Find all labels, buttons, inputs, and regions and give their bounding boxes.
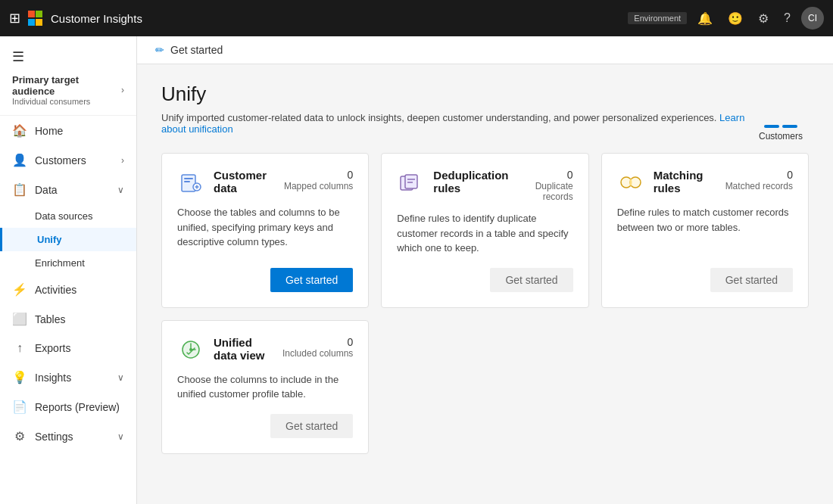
sidebar-item-unify-label: Unify (37, 234, 62, 245)
sidebar-item-enrichment-label: Enrichment (35, 257, 85, 269)
card-count-unified: 0 (282, 336, 353, 348)
card-header-matching: Matching rules 0 Matched records (617, 169, 793, 196)
reports-icon: 📄 (12, 400, 27, 414)
home-icon: 🏠 (12, 123, 27, 138)
sidebar-item-exports[interactable]: ↑ Exports (0, 334, 136, 362)
card-body-matching: Define rules to match customer records b… (617, 205, 793, 256)
card-body-deduplication: Define rules to identify duplicate custo… (397, 211, 572, 256)
customer-data-icon (177, 169, 204, 196)
card-count-label-customer-data: Mapped columns (284, 181, 353, 191)
sidebar-item-home-label: Home (35, 125, 124, 137)
sidebar-item-customers-label: Customers (35, 154, 114, 166)
card-deduplication-rules: Deduplication rules 0 Duplicate records … (381, 153, 588, 308)
sidebar-item-tables[interactable]: ⬜ Tables (0, 304, 136, 334)
card-footer-unified: Get started (177, 414, 353, 438)
sidebar-item-tables-label: Tables (35, 313, 124, 325)
card-title-unified: Unified data view (214, 336, 273, 362)
card-header-customer-data: Customer data 0 Mapped columns (177, 169, 353, 196)
breadcrumb: ✏ Get started (137, 36, 833, 64)
get-started-unified-button[interactable]: Get started (270, 414, 353, 438)
tables-icon: ⬜ (12, 312, 27, 326)
sidebar-item-enrichment[interactable]: Enrichment (0, 251, 136, 275)
sidebar-item-exports-label: Exports (35, 342, 124, 354)
avatar[interactable]: CI (801, 7, 824, 30)
card-footer-deduplication: Get started (397, 268, 572, 292)
card-title-area-unified: Unified data view (214, 336, 273, 362)
cards-grid: Customer data 0 Mapped columns Choose th… (161, 153, 809, 308)
waffle-icon[interactable]: ⊞ (9, 10, 20, 26)
card-title-customer-data: Customer data (214, 169, 275, 194)
sidebar-item-data[interactable]: 📋 Data ∨ (0, 175, 136, 204)
page-title: Unify (161, 82, 809, 106)
card-title-area-deduplication: Deduplication rules (433, 169, 508, 194)
card-count-area-customer-data: 0 Mapped columns (284, 169, 353, 191)
audience-section: Primary target audience Individual consu… (12, 74, 124, 106)
card-title-area-customer-data: Customer data (214, 169, 275, 194)
card-header-unified: Unified data view 0 Included columns (177, 336, 353, 363)
deduplication-icon (397, 169, 424, 196)
breadcrumb-label: Get started (170, 44, 223, 56)
page-description-text: Unify imported customer-related data to … (161, 112, 716, 123)
app-title: Customer Insights (51, 12, 142, 25)
breadcrumb-icon: ✏ (155, 44, 164, 56)
card-unified-data-view: Unified data view 0 Included columns Cho… (161, 320, 369, 454)
card-count-customer-data: 0 (284, 169, 353, 181)
hamburger-icon[interactable]: ☰ (12, 45, 124, 68)
main-layout: ☰ Primary target audience Individual con… (0, 36, 833, 504)
sidebar-item-settings-label: Settings (35, 431, 110, 443)
card-body-unified: Choose the columns to include in the uni… (177, 372, 353, 402)
card-count-area-matching: 0 Matched records (725, 169, 793, 191)
ms-logo (28, 11, 43, 26)
sidebar-header: ☰ Primary target audience Individual con… (0, 36, 136, 116)
card-header-deduplication: Deduplication rules 0 Duplicate records (397, 169, 572, 202)
sidebar-item-unify[interactable]: Unify (0, 228, 136, 251)
card-body-customer-data: Choose the tables and columns to be unif… (177, 205, 353, 256)
sidebar-item-insights[interactable]: 💡 Insights ∨ (0, 362, 136, 392)
card-count-label-deduplication: Duplicate records (518, 181, 573, 202)
insights-icon: 💡 (12, 370, 27, 384)
card-count-label-matching: Matched records (725, 181, 793, 191)
get-started-matching-button[interactable]: Get started (710, 268, 793, 292)
bar-segment-2 (782, 125, 797, 128)
get-started-deduplication-button[interactable]: Get started (490, 268, 572, 292)
env-badge: Environment (628, 12, 687, 24)
sidebar-item-customers[interactable]: 👤 Customers › (0, 145, 136, 175)
notification-icon[interactable]: 🔔 (693, 8, 717, 29)
sidebar-item-insights-label: Insights (35, 372, 110, 384)
audience-sub: Individual consumers (12, 97, 121, 106)
bar-segment-1 (764, 125, 779, 128)
card-count-matching: 0 (725, 169, 793, 181)
settings-nav-icon: ⚙ (12, 429, 27, 443)
card-count-area-unified: 0 Included columns (282, 336, 353, 359)
card-customer-data: Customer data 0 Mapped columns Choose th… (161, 153, 369, 308)
card-footer-customer-data: Get started (177, 268, 353, 292)
activities-icon: ⚡ (12, 282, 27, 297)
sidebar-item-activities[interactable]: ⚡ Activities (0, 275, 136, 304)
emoji-icon[interactable]: 🙂 (723, 8, 747, 29)
card-matching-rules: Matching rules 0 Matched records Define … (601, 153, 809, 308)
sidebar-item-settings[interactable]: ⚙ Settings ∨ (0, 422, 136, 451)
settings-icon[interactable]: ⚙ (753, 8, 773, 29)
data-icon: 📋 (12, 182, 27, 197)
top-nav: ⊞ Customer Insights Environment 🔔 🙂 ⚙ ? … (0, 0, 833, 36)
customers-icon: 👤 (12, 153, 27, 167)
get-started-customer-data-button[interactable]: Get started (270, 268, 353, 292)
sidebar: ☰ Primary target audience Individual con… (0, 36, 137, 504)
card-count-deduplication: 0 (518, 169, 573, 181)
sidebar-item-data-sources-label: Data sources (35, 210, 93, 222)
insights-expand-icon: ∨ (117, 372, 124, 383)
unified-icon (177, 336, 204, 363)
sidebar-item-data-sources[interactable]: Data sources (0, 204, 136, 228)
matching-icon (617, 169, 644, 196)
sidebar-item-home[interactable]: 🏠 Home (0, 116, 136, 145)
settings-expand-icon: ∨ (117, 431, 124, 442)
audience-label: Primary target audience (12, 74, 121, 97)
audience-expand-icon[interactable]: › (121, 85, 124, 95)
help-icon[interactable]: ? (779, 8, 795, 28)
sidebar-item-reports[interactable]: 📄 Reports (Preview) (0, 392, 136, 422)
page-body: Customers Unify Unify imported customer-… (137, 64, 833, 472)
card-title-area-matching: Matching rules (654, 169, 716, 194)
card-count-label-unified: Included columns (282, 348, 353, 359)
sidebar-item-reports-label: Reports (Preview) (35, 401, 124, 413)
customers-bar (759, 125, 803, 128)
